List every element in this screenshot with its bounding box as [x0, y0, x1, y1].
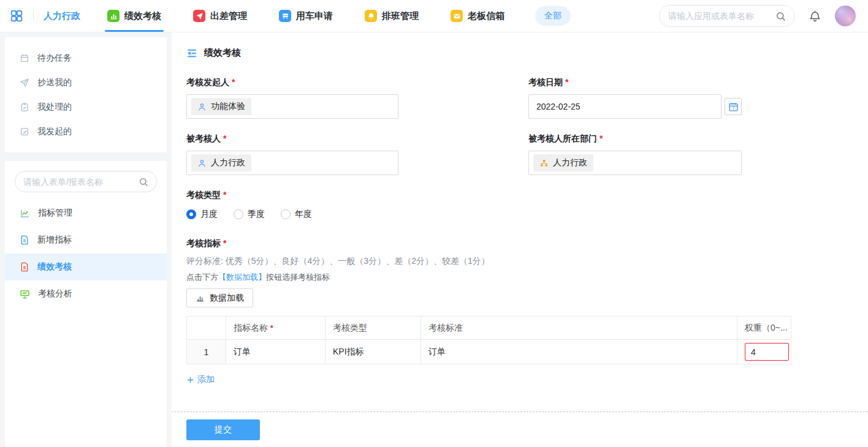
all-apps-pill[interactable]: 全部 [535, 6, 571, 26]
tab-business-trip[interactable]: 出差管理 [193, 0, 247, 32]
table-row: 1 订单 KPI指标 订单 [187, 340, 791, 364]
indicator-label: 考核指标* [186, 238, 853, 249]
click-hint: 点击下方【数据加载】按钮选择考核指标 [186, 272, 853, 283]
assessee-label: 被考核人* [186, 133, 398, 145]
required-mark: * [223, 133, 226, 143]
radio-monthly[interactable]: 月度 [186, 209, 218, 220]
sidebar-item-handled-by-me[interactable]: 我处理的 [5, 95, 167, 119]
header-index [187, 317, 226, 340]
required-mark: * [270, 324, 273, 332]
assessee-field[interactable]: 人力行政 [186, 151, 398, 175]
sidebar-item-initiated-by-me[interactable]: 我发起的 [5, 119, 167, 144]
review-form: 考核发起人* 功能体验 考核日期* [172, 59, 868, 386]
sidebar-item-label: 抄送我的 [37, 77, 72, 88]
mail-app-icon [451, 10, 463, 22]
page-layout: 待办任务 抄送我的 我处理的 我发起的 [0, 32, 868, 447]
table-header-row: 指标名称* 考核类型 考核标准 权重（0~... [187, 317, 791, 340]
tab-boss-mailbox[interactable]: 老板信箱 [451, 0, 504, 32]
indicator-table: 指标名称* 考核类型 考核标准 权重（0~... 1 订单 KPI指标 订单 [186, 316, 791, 364]
sidebar-item-label: 新增指标 [37, 235, 72, 246]
search-icon [139, 177, 148, 187]
sidebar-item-indicator-management[interactable]: 指标管理 [5, 200, 167, 227]
required-mark: * [600, 133, 603, 143]
date-input[interactable] [528, 94, 721, 119]
search-icon [775, 11, 786, 21]
bell-app-icon [365, 10, 377, 22]
type-label: 考核类型* [186, 190, 853, 201]
divider [33, 11, 34, 21]
add-row-label: 添加 [197, 374, 215, 385]
department-field[interactable]: 人力行政 [528, 151, 742, 175]
assessee-chip-label: 人力行政 [211, 157, 245, 168]
workspace-name[interactable]: 人力行政 [44, 10, 80, 22]
weight-input[interactable] [745, 343, 789, 361]
header-review-standard: 考核标准 [421, 317, 737, 340]
workbench-grid-icon[interactable] [10, 9, 23, 23]
required-mark: * [223, 190, 226, 200]
collapse-sidebar-icon[interactable] [186, 48, 197, 59]
sidebar-item-performance-review[interactable]: 绩效考核 [5, 254, 167, 280]
tab-label: 出差管理 [210, 10, 247, 22]
form-search[interactable] [15, 171, 157, 192]
radio-quarterly[interactable]: 季度 [234, 209, 265, 220]
tab-label: 排班管理 [382, 10, 419, 22]
user-avatar[interactable] [835, 6, 856, 26]
initiator-field[interactable]: 功能体验 [186, 94, 398, 119]
date-label: 考核日期* [528, 77, 742, 88]
sidebar-item-review-analysis[interactable]: 考核分析 [5, 280, 167, 307]
sidebar-item-label: 指标管理 [38, 208, 72, 219]
app-tabs: 绩效考核 出差管理 用车申请 排班管理 老板信箱 [107, 0, 504, 32]
radio-unselected-icon [234, 209, 243, 219]
org-chart-icon [539, 159, 549, 168]
tab-vehicle-request[interactable]: 用车申请 [279, 0, 333, 32]
calendar-icon[interactable]: 7 [725, 98, 742, 115]
cell-review-standard: 订单 [421, 340, 737, 364]
red-doc-icon [20, 262, 29, 272]
sidebar: 待办任务 抄送我的 我处理的 我发起的 [0, 32, 172, 447]
form-footer: 提交 [172, 411, 868, 447]
cell-review-type: KPI指标 [326, 340, 421, 364]
form-row-1: 考核发起人* 功能体验 考核日期* [186, 59, 853, 119]
person-icon [197, 102, 207, 111]
scoring-standard-hint: 评分标准: 优秀（5分）、良好（4分）、一般（3分）、差（2分）、较差（1分） [186, 256, 853, 267]
main-panel: 绩效考核 考核发起人* 功能体验 考 [172, 32, 868, 447]
type-radio-group: 月度 季度 年度 [186, 209, 853, 220]
send-icon [20, 78, 29, 88]
sidebar-item-label: 考核分析 [38, 288, 72, 299]
date-field: 7 [528, 94, 742, 119]
radio-label: 季度 [248, 209, 265, 220]
department-chip: 人力行政 [533, 154, 593, 171]
data-load-link[interactable]: 【数据加载】 [218, 272, 266, 282]
initiator-chip: 功能体验 [191, 98, 251, 115]
radio-label: 月度 [200, 209, 218, 220]
sidebar-item-new-indicator[interactable]: 新增指标 [5, 227, 167, 254]
sidebar-item-todo-tasks[interactable]: 待办任务 [5, 46, 167, 70]
cell-weight [737, 340, 791, 364]
blue-doc-icon [20, 235, 29, 245]
form-search-input[interactable] [23, 177, 139, 187]
app-search[interactable] [659, 5, 795, 27]
radio-yearly[interactable]: 年度 [281, 209, 312, 220]
form-row-2: 被考核人* 人力行政 被考核人所在部门* [186, 119, 853, 175]
submit-button[interactable]: 提交 [186, 419, 260, 440]
sidebar-item-cc-to-me[interactable]: 抄送我的 [5, 70, 167, 95]
bar-chart-icon [196, 293, 205, 302]
tab-shift-schedule[interactable]: 排班管理 [365, 0, 419, 32]
app-search-input[interactable] [668, 11, 775, 21]
topbar-right-group [659, 5, 856, 27]
data-load-button[interactable]: 数据加载 [186, 288, 253, 307]
sidebar-item-label: 待办任务 [37, 53, 72, 64]
initiator-label: 考核发起人* [186, 77, 398, 88]
clipboard-check-icon [20, 102, 29, 112]
tab-label: 老板信箱 [468, 10, 504, 22]
cell-indicator-name: 订单 [226, 340, 326, 364]
cell-index: 1 [187, 340, 226, 364]
sidebar-item-label: 绩效考核 [37, 261, 72, 272]
tab-performance-review[interactable]: 绩效考核 [107, 0, 161, 32]
task-menu-card: 待办任务 抄送我的 我处理的 我发起的 [5, 37, 167, 152]
calendar-icon [20, 53, 29, 63]
header-weight: 权重（0~... [737, 317, 791, 340]
notification-bell-icon[interactable] [809, 10, 821, 23]
add-row-button[interactable]: 添加 [186, 374, 215, 385]
header-indicator-name: 指标名称* [226, 317, 326, 340]
